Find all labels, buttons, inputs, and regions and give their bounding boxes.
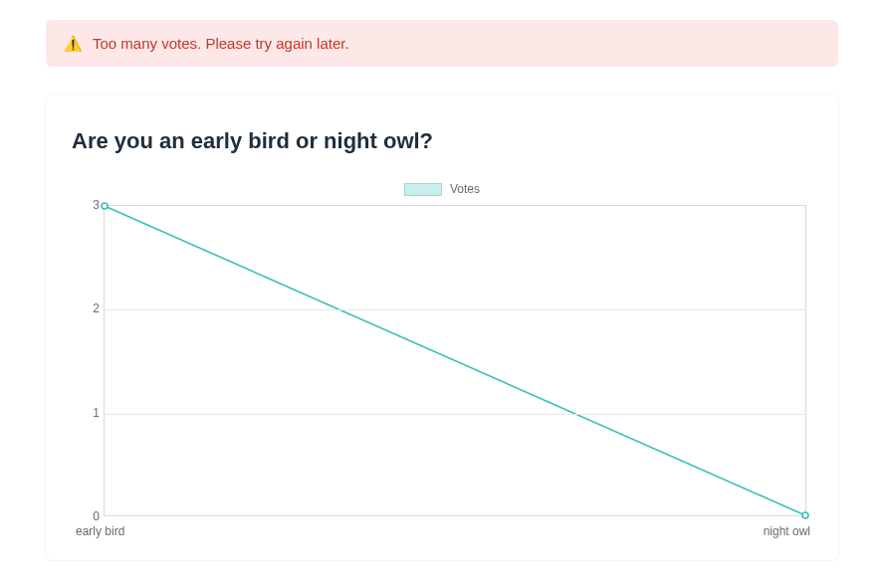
- line-series: [105, 206, 805, 515]
- chart-legend: Votes: [72, 182, 812, 196]
- legend-label: Votes: [450, 182, 480, 196]
- y-tick-label: 3: [86, 198, 100, 212]
- grid-line: [105, 414, 805, 415]
- poll-card: Are you an early bird or night owl? Vote…: [46, 95, 838, 560]
- poll-title: Are you an early bird or night owl?: [72, 128, 812, 154]
- y-tick-label: 0: [86, 509, 100, 523]
- alert-text: Too many votes. Please try again later.: [93, 35, 349, 52]
- y-tick-label: 2: [86, 301, 100, 315]
- grid-line: [105, 309, 805, 310]
- x-tick-label: night owl: [755, 524, 810, 538]
- plot-area: [104, 205, 806, 516]
- error-alert: ⚠️ Too many votes. Please try again late…: [46, 20, 838, 67]
- legend-swatch: [404, 183, 442, 196]
- svg-point-0: [102, 203, 108, 209]
- x-tick-label: early bird: [76, 524, 124, 538]
- chart: 0123early birdnight owl: [72, 202, 812, 540]
- y-tick-label: 1: [86, 406, 100, 420]
- svg-point-1: [802, 512, 808, 518]
- warning-icon: ⚠️: [64, 36, 83, 51]
